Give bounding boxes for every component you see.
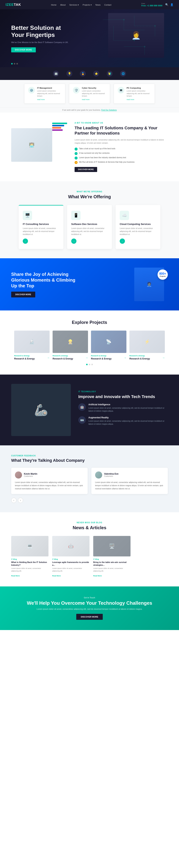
project-image-3: 📡	[91, 331, 126, 353]
about-feature-4: ★ We Run all kinds of IT Solutions & Ser…	[74, 161, 168, 164]
software-arrow-button[interactable]: →	[71, 239, 77, 244]
testimonials-navigation: ‹ ›	[11, 498, 168, 503]
partner-2-icon: 💡	[66, 71, 72, 76]
about-feature-3: ✓ Lorem ipsum has been the industry stan…	[74, 157, 168, 159]
project-arrow-1[interactable]: →	[47, 356, 50, 359]
news-card-3: 🖥️ IT Blog Bring to the table win-win su…	[93, 536, 130, 577]
projects-section: Explore Projects 🔬 Research & Energy Res…	[0, 310, 179, 375]
news-excerpt-3: Lorem ipsum dolor sit amet, consectetur …	[93, 567, 130, 572]
project-image-1: 🔬	[14, 331, 50, 353]
project-arrow-4[interactable]: →	[162, 356, 165, 359]
author-avatar-2	[95, 471, 102, 478]
cloud-title: Cloud Computing Services	[120, 223, 156, 225]
news-read-more-3[interactable]: Read More	[93, 575, 102, 577]
service-card-pc-computing: 💻 PC Computing Lorem ipsum consectetur a…	[114, 84, 155, 103]
project-title-4: Research & Energy	[129, 358, 165, 360]
cta-discover-button[interactable]: DISCOVER MORE	[11, 291, 35, 298]
tech-content: IT Technology Improve and Innovate with …	[78, 391, 168, 429]
pc-computing-icon: 💻	[118, 87, 124, 94]
navbar: IZEETAK Home About Services ▾ Projects ▾…	[0, 0, 179, 9]
footer-cta-section: Get In Touch We'll Help You Overcome You…	[0, 586, 179, 630]
nav-home[interactable]: Home	[51, 4, 57, 6]
news-card-2: 🤖 IT Blog Leverage agile frameworks to p…	[52, 536, 90, 577]
software-title: Software Dev Services	[71, 223, 108, 225]
news-read-more-2[interactable]: Read More	[52, 575, 61, 577]
hero-heading: Better Solution at Your Fingertips	[11, 24, 68, 38]
search-icon[interactable]: 🔍	[165, 3, 168, 6]
testimonial-author-2: Valentina Eve Customers	[95, 471, 164, 478]
partner-5: 🔰	[107, 71, 113, 76]
offering-cards-container: 🖥️ IT Consulting Services Lorem ipsum do…	[11, 205, 168, 249]
consulting-arrow-button[interactable]: →	[23, 239, 28, 244]
service-card-it-title: IT Management	[37, 87, 61, 89]
testimonials-next-button[interactable]: ›	[18, 498, 23, 503]
offering-tag: What We're Offering	[11, 191, 168, 193]
nav-contact[interactable]: Contact	[104, 4, 111, 6]
projects-dot-1[interactable]	[86, 364, 88, 365]
partner-1: 🏢	[53, 71, 59, 76]
tech-item-ai: 🤖 Artificial Intelligence Lorem ipsum do…	[78, 403, 168, 412]
about-main-image: 👩‍💻	[11, 128, 52, 162]
footer-cta-button[interactable]: DISCOVER MORE	[76, 614, 103, 620]
projects-dot-3[interactable]	[91, 364, 93, 365]
nav-about[interactable]: About	[60, 4, 66, 6]
projects-dot-2[interactable]	[89, 364, 90, 365]
news-category-3: IT Blog	[93, 558, 130, 560]
about-discover-button[interactable]: DISCOVER MORE	[74, 167, 97, 172]
hero-cta-button[interactable]: DISCOVER MORE	[11, 47, 36, 52]
cta-banner: Share the Joy of Achieving Glorious Mome…	[0, 258, 179, 310]
cloud-arrow-button[interactable]: →	[120, 239, 125, 244]
check-icon-2: ✓	[74, 152, 78, 155]
slider-dot-2[interactable]	[14, 63, 15, 64]
nav-projects[interactable]: Projects ▾	[83, 4, 92, 6]
author-name-1: Kevin Martin	[24, 472, 37, 475]
project-card-1: 🔬 Research & Energy Research & Energy →	[14, 331, 50, 360]
cta-badge-number: 800+	[159, 272, 166, 275]
about-tag: A bit to Know About Us	[74, 122, 168, 124]
cta-person-container: 🧑‍💼 800+ Projects	[130, 268, 168, 301]
circuit-decoration	[90, 9, 179, 67]
service-card-pc-link[interactable]: read more	[127, 99, 151, 100]
project-arrow-2[interactable]: →	[85, 356, 88, 359]
check-icon-3: ✓	[74, 157, 78, 159]
partner-4-icon: ⭐	[93, 71, 99, 76]
project-category-4: Research & Energy	[129, 355, 165, 356]
user-icon[interactable]: 👤	[170, 3, 173, 6]
project-card-3: 📡 Research & Energy Research & Energy →	[91, 331, 126, 360]
news-image-3: 🖥️	[93, 536, 130, 556]
consulting-icon: 🖥️	[23, 211, 32, 220]
ai-icon: 🤖	[78, 403, 86, 411]
it-management-icon: ⚙️	[28, 87, 35, 94]
about-accent-bars	[52, 123, 67, 145]
service-card-it-link[interactable]: read more	[37, 99, 61, 100]
news-read-more-1[interactable]: Read More	[11, 575, 20, 577]
service-card-cyber-content: Cyber Security Lorem ipsum consectetur a…	[82, 87, 106, 100]
about-heading: The Leading IT Solutions Company & Your …	[74, 125, 168, 136]
service-cards-container: ⚙️ IT Management Lorem ipsum consectetur…	[0, 80, 179, 107]
tech-image-container: 🦾	[11, 384, 71, 436]
project-category-2: Research & Energy	[53, 355, 88, 356]
about-content: A bit to Know About Us The Leading IT So…	[74, 122, 168, 172]
partner-3-icon: 🏅	[80, 71, 86, 76]
partner-1-icon: 🏢	[53, 71, 59, 76]
logo[interactable]: IZEETAK	[6, 3, 21, 7]
partner-4: ⭐	[93, 71, 99, 76]
tech-tag: IT Technology	[78, 391, 168, 393]
cloud-desc: Lorem ipsum dolor sit amet, consectetur …	[120, 227, 156, 236]
service-card-cyber-link[interactable]: read more	[82, 99, 106, 100]
news-grid: 💻 IT Blog What is Holding Back the IT So…	[11, 536, 168, 577]
tech-item-ar: 🥽 Augmented Reality Lorem ipsum dolor si…	[78, 416, 168, 426]
project-arrow-3[interactable]: →	[124, 356, 126, 359]
slider-dot-3[interactable]	[17, 63, 18, 64]
projects-slider-dots	[7, 364, 172, 365]
project-category-1: Research & Energy	[14, 355, 50, 356]
testimonials-prev-button[interactable]: ‹	[11, 498, 17, 503]
bar-2	[52, 125, 64, 126]
about-images: 👩‍💻	[11, 123, 67, 171]
nav-news[interactable]: News	[95, 4, 101, 6]
phone-label: Free:	[141, 3, 162, 4]
author-name-2: Valentina Eve	[104, 472, 118, 475]
nav-services[interactable]: Services ▾	[69, 4, 79, 6]
slider-dot-1[interactable]	[11, 63, 13, 64]
find-solutions-link[interactable]: Find Our Solutions	[101, 109, 117, 111]
